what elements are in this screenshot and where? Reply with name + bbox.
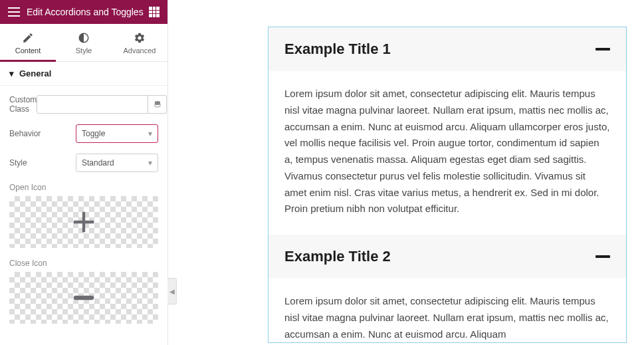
database-icon[interactable] — [148, 95, 167, 114]
tab-advanced[interactable]: Advanced — [112, 24, 167, 61]
caret-down-icon: ▾ — [9, 68, 14, 78]
control-open-icon: Open Icon — [9, 183, 158, 248]
sidebar-header: Edit Accordions and Toggles — [0, 0, 167, 24]
collapse-sidebar-handle[interactable]: ◀ — [167, 278, 177, 304]
gear-icon — [134, 32, 146, 44]
tab-label: Style — [76, 47, 92, 55]
control-label: Behavior — [9, 129, 76, 138]
accordion-item: Example Title 1 Lorem ipsum dolor sit am… — [268, 27, 626, 235]
section-label: General — [19, 68, 51, 78]
plus-icon — [66, 205, 101, 239]
chevron-left-icon: ◀ — [169, 288, 175, 295]
minus-icon — [66, 281, 101, 315]
preview-canvas: Example Title 1 Lorem ipsum dolor sit am… — [168, 0, 644, 345]
select-value: Standard — [82, 158, 114, 168]
control-close-icon: Close Icon — [9, 259, 158, 324]
select-value: Toggle — [82, 129, 105, 138]
contrast-icon — [78, 32, 90, 44]
accordion-title: Example Title 1 — [284, 41, 391, 58]
chevron-down-icon: ▾ — [148, 129, 152, 138]
minus-icon — [595, 255, 610, 258]
accordion-header[interactable]: Example Title 1 — [268, 27, 626, 71]
accordion-header[interactable]: Example Title 2 — [268, 235, 626, 279]
close-icon-picker[interactable] — [9, 272, 158, 324]
minus-icon — [595, 48, 610, 51]
panel-title: Edit Accordions and Toggles — [27, 7, 149, 17]
behavior-select[interactable]: Toggle ▾ — [76, 124, 158, 143]
custom-class-input[interactable] — [37, 95, 148, 114]
chevron-down-icon: ▾ — [148, 158, 152, 168]
svg-rect-1 — [74, 296, 94, 300]
open-icon-picker[interactable] — [9, 196, 158, 248]
control-label: Style — [9, 158, 76, 168]
accordion-title: Example Title 2 — [284, 248, 391, 265]
tab-style[interactable]: Style — [56, 24, 112, 61]
accordion-body: Lorem ipsum dolor sit amet, consectetur … — [268, 279, 626, 342]
style-select[interactable]: Standard ▾ — [76, 154, 158, 172]
control-custom-class: Custom Class — [9, 95, 158, 114]
control-style: Style Standard ▾ — [9, 154, 158, 172]
control-label: Custom Class — [9, 95, 37, 114]
pencil-icon — [22, 32, 34, 44]
editor-sidebar: Edit Accordions and Toggles Content Styl… — [0, 0, 168, 345]
apps-grid-icon[interactable] — [149, 7, 160, 17]
panel-tabs: Content Style Advanced — [0, 24, 167, 62]
tab-label: Content — [15, 47, 41, 55]
controls-panel: Custom Class Behavior Toggle ▾ Style — [0, 86, 167, 333]
control-behavior: Behavior Toggle ▾ — [9, 124, 158, 143]
control-label: Close Icon — [9, 259, 158, 268]
section-general[interactable]: ▾ General — [0, 62, 167, 86]
menu-icon[interactable] — [8, 7, 20, 17]
tab-content[interactable]: Content — [0, 24, 56, 61]
tab-label: Advanced — [124, 47, 156, 55]
accordion-item: Example Title 2 Lorem ipsum dolor sit am… — [268, 235, 626, 342]
control-label: Open Icon — [9, 183, 158, 192]
accordion-body: Lorem ipsum dolor sit amet, consectetur … — [268, 71, 626, 235]
accordion-widget[interactable]: Example Title 1 Lorem ipsum dolor sit am… — [268, 27, 627, 343]
